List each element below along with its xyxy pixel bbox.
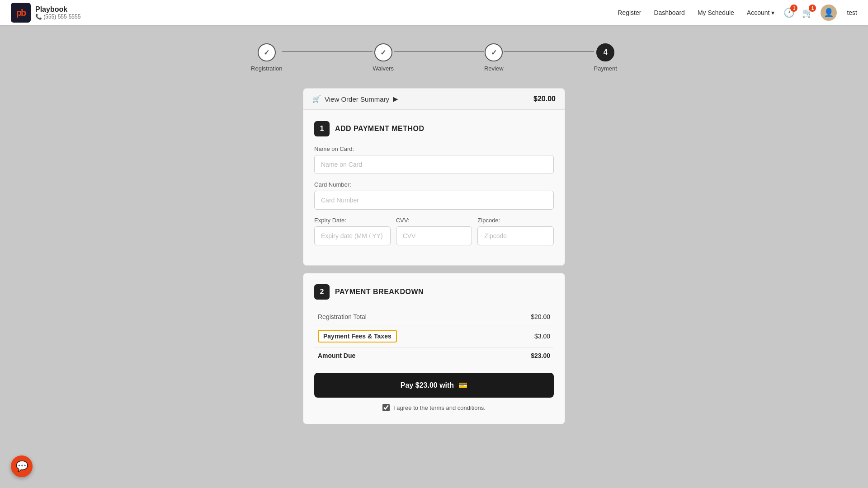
card-details-row: Expiry Date: CVV: Zipcode: xyxy=(314,217,554,253)
pay-button-label: Pay $23.00 with xyxy=(401,381,454,389)
notifications-icon[interactable]: 🕐 1 xyxy=(783,7,795,18)
payment-method-section: 1 ADD PAYMENT METHOD Name on Card: Card … xyxy=(303,110,565,266)
notifications-badge: 1 xyxy=(790,5,797,12)
step-label-waivers: Waivers xyxy=(373,65,393,72)
step-circle-waivers: ✓ xyxy=(374,43,392,61)
step-label-registration: Registration xyxy=(251,65,282,72)
breakdown-value-due: $23.00 xyxy=(497,347,554,364)
phone-number: 📞 (555) 555-5555 xyxy=(35,14,80,20)
payment-breakdown-header: 2 PAYMENT BREAKDOWN xyxy=(314,284,554,300)
card-number-input[interactable] xyxy=(314,191,554,210)
breakdown-label-fees: Payment Fees & Taxes xyxy=(314,325,497,347)
terms-row: I agree to the terms and conditions. xyxy=(314,404,554,411)
table-row: Registration Total $20.00 xyxy=(314,309,554,325)
step-line-1 xyxy=(282,51,373,52)
cart-summary-icon: 🛒 xyxy=(312,95,321,103)
expiry-label: Expiry Date: xyxy=(314,217,391,224)
card-number-label: Card Number: xyxy=(314,181,554,188)
step-circle-payment: 4 xyxy=(596,43,614,61)
step-circle-registration: ✓ xyxy=(258,43,276,61)
logo-area: pb Playbook 📞 (555) 555-5555 xyxy=(11,3,80,23)
table-row-amount-due: Amount Due $23.00 xyxy=(314,347,554,364)
logo-icon: pb xyxy=(11,3,31,23)
content-wrapper: 🛒 View Order Summary ▶ $20.00 1 ADD PAYM… xyxy=(303,88,565,424)
step-line-2 xyxy=(394,51,484,52)
terms-checkbox[interactable] xyxy=(382,404,390,411)
nav-dashboard[interactable]: Dashboard xyxy=(654,9,685,16)
order-summary-left: 🛒 View Order Summary ▶ xyxy=(312,95,398,103)
nav-my-schedule[interactable]: My Schedule xyxy=(698,9,734,16)
breakdown-label-registration: Registration Total xyxy=(314,309,497,325)
payment-breakdown-section: 2 PAYMENT BREAKDOWN Registration Total $… xyxy=(303,273,565,424)
cvv-group: CVV: xyxy=(396,217,472,245)
chat-button[interactable]: 💬 xyxy=(11,455,33,477)
payment-method-header: 1 ADD PAYMENT METHOD xyxy=(314,121,554,136)
step-label-review: Review xyxy=(484,65,504,72)
step-payment: 4 Payment xyxy=(594,43,617,72)
step-label-payment: Payment xyxy=(594,65,617,72)
order-summary-bar[interactable]: 🛒 View Order Summary ▶ $20.00 xyxy=(303,88,565,110)
step-line-3 xyxy=(504,51,594,52)
order-summary-chevron: ▶ xyxy=(393,95,398,103)
cart-icon[interactable]: 🛒 1 xyxy=(802,7,813,18)
name-on-card-label: Name on Card: xyxy=(314,145,554,152)
page-background: ✓ Registration ✓ Waivers ✓ Review 4 Paym… xyxy=(0,25,868,488)
expiry-input[interactable] xyxy=(314,226,391,245)
nav-account[interactable]: Account ▾ xyxy=(747,9,775,16)
stepper: ✓ Registration ✓ Waivers ✓ Review 4 Paym… xyxy=(0,43,868,72)
order-summary-label: View Order Summary xyxy=(325,95,389,103)
card-number-group: Card Number: xyxy=(314,181,554,210)
step-circle-review: ✓ xyxy=(485,43,503,61)
avatar[interactable]: 👤 xyxy=(821,5,837,21)
header: pb Playbook 📞 (555) 555-5555 Register Da… xyxy=(0,0,868,25)
breakdown-label-due: Amount Due xyxy=(314,347,497,364)
terms-label: I agree to the terms and conditions. xyxy=(393,404,486,411)
brand-info: Playbook 📞 (555) 555-5555 xyxy=(35,5,80,20)
zipcode-input[interactable] xyxy=(477,226,554,245)
order-total-amount: $20.00 xyxy=(533,95,556,103)
section-number-1: 1 xyxy=(314,121,330,136)
table-row: Payment Fees & Taxes $3.00 xyxy=(314,325,554,347)
breakdown-table: Registration Total $20.00 Payment Fees &… xyxy=(314,309,554,364)
breakdown-value-fees: $3.00 xyxy=(497,325,554,347)
cvv-label: CVV: xyxy=(396,217,472,224)
pay-card-icon: 💳 xyxy=(458,381,467,389)
pay-button[interactable]: Pay $23.00 with 💳 xyxy=(314,373,554,398)
zipcode-label: Zipcode: xyxy=(477,217,554,224)
section-number-2: 2 xyxy=(314,284,330,300)
name-on-card-input[interactable] xyxy=(314,155,554,174)
zipcode-group: Zipcode: xyxy=(477,217,554,245)
payment-method-title: ADD PAYMENT METHOD xyxy=(335,125,424,133)
step-review: ✓ Review xyxy=(484,43,504,72)
brand-name: Playbook xyxy=(35,5,80,14)
payment-breakdown-title: PAYMENT BREAKDOWN xyxy=(335,288,424,296)
header-icons: 🕐 1 🛒 1 👤 test xyxy=(783,5,857,21)
cvv-input[interactable] xyxy=(396,226,472,245)
chat-icon: 💬 xyxy=(16,460,28,472)
nav: Register Dashboard My Schedule Account ▾ xyxy=(618,9,774,16)
user-name: test xyxy=(847,9,857,16)
step-registration: ✓ Registration xyxy=(251,43,282,72)
cart-badge: 1 xyxy=(809,5,816,12)
name-on-card-group: Name on Card: xyxy=(314,145,554,174)
expiry-group: Expiry Date: xyxy=(314,217,391,245)
nav-register[interactable]: Register xyxy=(618,9,641,16)
step-waivers: ✓ Waivers xyxy=(373,43,393,72)
breakdown-value-registration: $20.00 xyxy=(497,309,554,325)
